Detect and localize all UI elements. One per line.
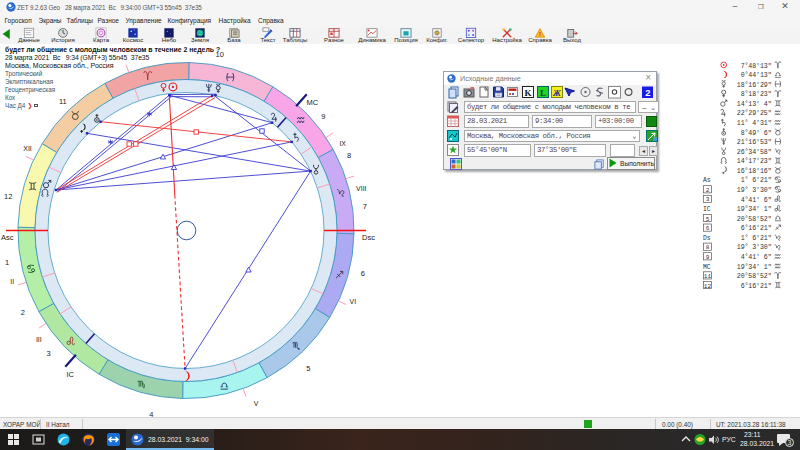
svg-text:MC: MC — [307, 98, 319, 107]
svg-text:1° 6'21": 1° 6'21" — [741, 234, 772, 242]
svg-text:IC: IC — [67, 370, 75, 379]
svg-text:8°18'23": 8°18'23" — [741, 90, 772, 98]
svg-text:VI: VI — [350, 298, 357, 305]
svg-text:8: 8 — [347, 151, 351, 160]
svg-text:19°34' 1": 19°34' 1" — [737, 205, 772, 213]
svg-text:7: 7 — [363, 202, 367, 211]
svg-text:9: 9 — [706, 254, 710, 261]
svg-text:11: 11 — [704, 273, 712, 280]
svg-text:XII: XII — [23, 145, 32, 152]
svg-text:20°58'52": 20°58'52" — [737, 272, 772, 280]
svg-text:V: V — [254, 400, 259, 407]
svg-text:K: K — [524, 88, 531, 98]
svg-text:18°16'29": 18°16'29" — [737, 81, 772, 89]
svg-text:Ds: Ds — [703, 235, 711, 242]
svg-text:L: L — [540, 88, 546, 98]
svg-text:6°16'21": 6°16'21" — [741, 224, 772, 232]
svg-text:8°49' 6": 8°49' 6" — [741, 129, 772, 137]
svg-text:11° 4'31": 11° 4'31" — [737, 119, 772, 127]
svg-text:II: II — [10, 278, 14, 285]
svg-text:14°13' 4": 14°13' 4" — [737, 100, 772, 108]
svg-text:19° 3'30": 19° 3'30" — [737, 186, 772, 194]
svg-text:20°58'52": 20°58'52" — [737, 215, 772, 223]
svg-text:IX: IX — [339, 140, 346, 147]
svg-text:MC: MC — [703, 264, 711, 271]
svg-text:6: 6 — [361, 269, 365, 278]
svg-text:0°44'13": 0°44'13" — [741, 71, 772, 79]
svg-text:12: 12 — [704, 283, 712, 290]
svg-text:IC: IC — [703, 206, 711, 213]
svg-text:2: 2 — [645, 87, 650, 98]
svg-text:1: 1 — [5, 258, 9, 267]
svg-text:3: 3 — [47, 349, 51, 358]
svg-text:14°17'23": 14°17'23" — [737, 157, 772, 165]
svg-text:19°34' 1": 19°34' 1" — [737, 263, 772, 271]
svg-text:Dsc: Dsc — [362, 233, 375, 242]
svg-text:9: 9 — [321, 112, 325, 121]
svg-text:6: 6 — [706, 225, 710, 232]
svg-text:Asc: Asc — [1, 233, 14, 242]
svg-text:As: As — [703, 177, 711, 184]
svg-text:16°18'16": 16°18'16" — [737, 167, 772, 175]
svg-text:11: 11 — [59, 97, 67, 106]
svg-text:12: 12 — [4, 192, 12, 201]
svg-text:4°41' 6": 4°41' 6" — [741, 196, 772, 204]
svg-text:VIII: VIII — [356, 185, 367, 192]
svg-text:2: 2 — [21, 308, 25, 317]
svg-text:22°29'25": 22°29'25" — [737, 109, 772, 117]
svg-text:III: III — [36, 336, 42, 343]
svg-text:5: 5 — [306, 364, 310, 373]
svg-text:1° 6'21": 1° 6'21" — [741, 176, 772, 184]
svg-text:2: 2 — [706, 187, 710, 194]
svg-text:3: 3 — [788, 439, 792, 446]
svg-text:21°16'53": 21°16'53" — [737, 138, 772, 146]
svg-text:3: 3 — [706, 196, 710, 203]
svg-text:4°41' 6": 4°41' 6" — [741, 253, 772, 261]
svg-text:7°48'13": 7°48'13" — [741, 62, 772, 70]
svg-text:19° 3'30": 19° 3'30" — [737, 243, 772, 251]
svg-text:Ж: Ж — [552, 88, 562, 98]
svg-text:26°34'58": 26°34'58" — [737, 148, 772, 156]
svg-text:5: 5 — [706, 216, 710, 223]
svg-text:8: 8 — [706, 244, 710, 251]
svg-text:6°16'21": 6°16'21" — [741, 282, 772, 290]
